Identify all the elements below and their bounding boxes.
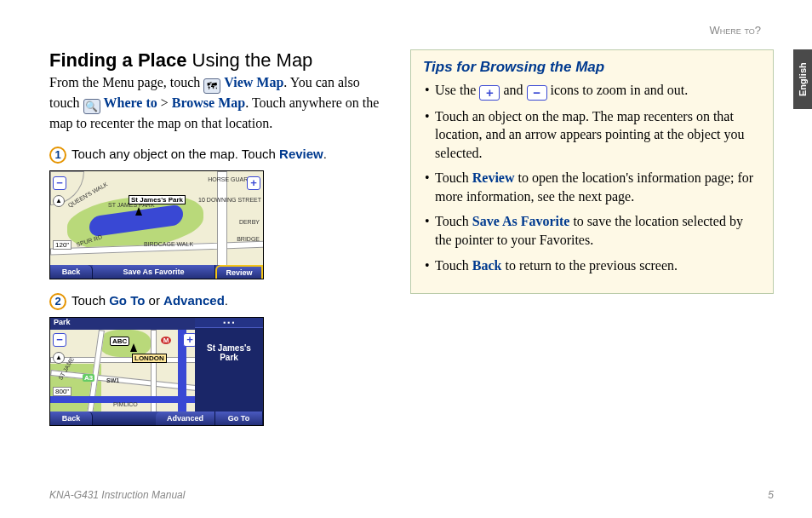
side-panel-header: ▪ ▪ ▪ bbox=[195, 318, 263, 328]
tips-box: Tips for Browsing the Map Use the + and … bbox=[410, 49, 774, 294]
view-map-label: View Map bbox=[224, 75, 283, 89]
title-part-a: Finding a Place bbox=[49, 49, 186, 71]
map2-lbl-a3: A3 bbox=[83, 374, 94, 382]
map2-lbl-m: M bbox=[161, 337, 171, 344]
intro-text-1: From the Menu page, touch bbox=[49, 75, 203, 89]
browse-map-label: Browse Map bbox=[172, 95, 245, 110]
page-content: Finding a Place Using the Map From the M… bbox=[49, 49, 774, 426]
goto-button[interactable]: Go To bbox=[215, 412, 263, 425]
map1-toolbar: Back Save As Favorite Review bbox=[50, 265, 263, 279]
map-screenshot-2: Park LONDON SW1 PIMLICO ST JAME A3 ABC M… bbox=[49, 317, 264, 426]
compass-icon: ▲ bbox=[53, 195, 65, 207]
map1-scale: 120" bbox=[53, 240, 71, 250]
tip-4: Touch Save As Favorite to save the locat… bbox=[423, 212, 761, 249]
zoom-in-icon[interactable]: + bbox=[247, 176, 260, 190]
goto-label: Go To bbox=[109, 293, 145, 308]
gt-sep: > bbox=[157, 95, 172, 110]
side-panel-place: St James's Park bbox=[195, 328, 263, 377]
tip5-c: to return to the previous screen. bbox=[501, 258, 678, 273]
step-1: 1 Touch any object on the map. Touch Rev… bbox=[49, 147, 390, 164]
tip-3: Touch Review to open the location's info… bbox=[423, 169, 761, 205]
advanced-button[interactable]: Advanced bbox=[156, 412, 215, 425]
map2-toolbar: Back Advanced Go To bbox=[50, 412, 263, 425]
page-title: Finding a Place Using the Map bbox=[49, 49, 390, 72]
map1-lbl-bridge: BRIDGE bbox=[237, 236, 260, 242]
step1-a: Touch any object on the map. Touch bbox=[71, 147, 279, 161]
step-number-1: 1 bbox=[49, 147, 66, 164]
back-button[interactable]: Back bbox=[50, 265, 93, 279]
tips-list: Use the + and − icons to zoom in and out… bbox=[423, 81, 761, 274]
tip5-back: Back bbox=[472, 258, 502, 273]
back-button[interactable]: Back bbox=[50, 412, 93, 425]
language-tab: English bbox=[793, 49, 812, 109]
tip4-save: Save As Favorite bbox=[472, 214, 570, 228]
tip3-a: Touch bbox=[435, 170, 472, 185]
map2-top-bar: Park bbox=[50, 318, 195, 330]
plus-icon: + bbox=[479, 85, 500, 101]
intro-paragraph: From the Menu page, touch 🗺 View Map. Yo… bbox=[49, 73, 390, 133]
step-1-text: Touch any object on the map. Touch Revie… bbox=[71, 147, 327, 161]
tip1-a: Use the bbox=[435, 83, 479, 97]
map1-lbl-downing: 10 DOWNING STREET bbox=[198, 197, 261, 203]
zoom-out-icon[interactable]: − bbox=[53, 176, 66, 190]
map1-place-label: St James's Park bbox=[129, 195, 186, 204]
tip1-c: icons to zoom in and out. bbox=[547, 83, 689, 97]
review-label: Review bbox=[279, 147, 323, 161]
step2-a: Touch bbox=[71, 293, 109, 308]
tip-5: Touch Back to return to the previous scr… bbox=[423, 256, 761, 275]
right-column: Tips for Browsing the Map Use the + and … bbox=[410, 49, 774, 426]
tip-2: Touch an object on the map. The map rece… bbox=[423, 107, 761, 163]
left-column: Finding a Place Using the Map From the M… bbox=[49, 49, 390, 426]
step-number-2: 2 bbox=[49, 293, 66, 310]
section-breadcrumb: Where to? bbox=[710, 24, 761, 37]
step1-c: . bbox=[323, 147, 327, 161]
map2-lbl-sw1: SW1 bbox=[106, 377, 119, 383]
compass-icon: ▲ bbox=[53, 352, 65, 364]
minus-icon: − bbox=[527, 85, 547, 101]
save-favorite-button[interactable]: Save As Favorite bbox=[93, 265, 215, 279]
step-2: 2 Touch Go To or Advanced. bbox=[49, 293, 390, 310]
tip4-a: Touch bbox=[435, 214, 472, 228]
map1-body: HORSE GUARDS 10 DOWNING STREET DERBY BRI… bbox=[50, 171, 263, 267]
magnifier-icon: 🔍 bbox=[83, 99, 100, 114]
map2-scale: 800" bbox=[53, 387, 71, 396]
step2-e: . bbox=[225, 293, 228, 308]
tip3-review: Review bbox=[472, 170, 515, 185]
title-part-b: Using the Map bbox=[192, 49, 313, 71]
tips-title: Tips for Browsing the Map bbox=[423, 59, 761, 76]
map-icon: 🗺 bbox=[203, 78, 220, 94]
map1-lbl-birdcage: BIRDCAGE WALK bbox=[144, 241, 193, 247]
footer-page-number: 5 bbox=[768, 489, 774, 501]
map2-side-panel: ▪ ▪ ▪ St James's Park bbox=[195, 318, 263, 413]
map2-lbl-pimlico: PIMLICO bbox=[113, 401, 138, 407]
map2-lbl-london: LONDON bbox=[132, 354, 167, 363]
tip-1: Use the + and − icons to zoom in and out… bbox=[423, 81, 761, 101]
tip5-a: Touch bbox=[435, 258, 472, 273]
advanced-label: Advanced bbox=[163, 293, 225, 308]
zoom-out-icon[interactable]: − bbox=[53, 333, 66, 347]
page-footer: KNA-G431 Instruction Manual 5 bbox=[49, 489, 774, 501]
map2-lbl-abc: ABC bbox=[110, 337, 129, 346]
footer-manual-name: KNA-G431 Instruction Manual bbox=[49, 489, 185, 501]
map-screenshot-1: HORSE GUARDS 10 DOWNING STREET DERBY BRI… bbox=[49, 170, 264, 279]
map1-lbl-derby: DERBY bbox=[239, 219, 260, 225]
where-to-label: Where to bbox=[104, 95, 157, 110]
review-button[interactable]: Review bbox=[215, 265, 263, 279]
tip1-b: and bbox=[500, 83, 526, 97]
step2-c: or bbox=[145, 293, 163, 308]
map2-body: Park LONDON SW1 PIMLICO ST JAME A3 ABC M… bbox=[50, 318, 263, 413]
step-2-text: Touch Go To or Advanced. bbox=[71, 293, 228, 308]
